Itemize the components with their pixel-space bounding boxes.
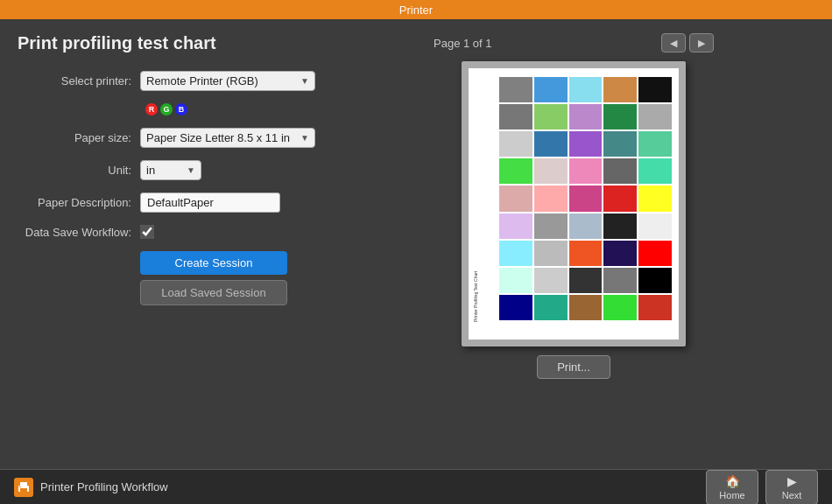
- color-cell-7-2: [569, 268, 603, 293]
- page-info: Page 1 of 1: [434, 37, 492, 50]
- paper-size-dropdown[interactable]: Paper Size Letter 8.5 x 11 in ▼: [140, 128, 315, 148]
- color-cell-2-2: [569, 131, 603, 157]
- color-cell-0-0: [499, 77, 532, 102]
- color-cell-4-2: [569, 186, 603, 211]
- unit-control: in ▼: [140, 160, 333, 180]
- color-cell-1-3: [603, 104, 637, 130]
- color-cell-5-2: [569, 214, 603, 239]
- title-bar: Printer: [0, 0, 832, 19]
- app-title: Printer Profiling Workflow: [40, 480, 168, 494]
- paper-desc-row: Paper Description: DefaultPaper: [18, 192, 333, 213]
- unit-row: Unit: in ▼: [18, 160, 333, 180]
- home-label: Home: [719, 490, 744, 500]
- color-cell-4-0: [499, 186, 532, 211]
- dot-g: G: [160, 103, 173, 116]
- bottom-bar: Printer Profiling Workflow 🏠 Home ▶ Next: [0, 469, 832, 504]
- print-button[interactable]: Print...: [537, 355, 610, 379]
- paper-inner: Printer Profiling Test Chart: [469, 68, 679, 340]
- color-cell-7-1: [534, 268, 568, 293]
- color-cell-0-1: [534, 77, 568, 102]
- home-button[interactable]: 🏠 Home: [706, 470, 758, 505]
- color-cell-0-3: [603, 77, 637, 102]
- color-cell-8-3: [603, 295, 637, 320]
- page-title: Print profiling test chart: [18, 33, 333, 53]
- color-cell-7-3: [603, 268, 637, 293]
- paper-size-row: Paper size: Paper Size Letter 8.5 x 11 i…: [18, 128, 333, 148]
- color-cell-5-4: [638, 214, 672, 239]
- next-arrow-icon: ▶: [787, 474, 797, 488]
- color-row-6: [499, 241, 672, 266]
- data-save-checkbox[interactable]: [140, 225, 154, 239]
- color-cell-1-2: [569, 104, 603, 130]
- color-cell-1-1: [534, 104, 568, 130]
- color-cell-5-3: [603, 214, 637, 239]
- color-cell-5-1: [534, 214, 568, 239]
- next-label: Next: [782, 490, 802, 500]
- paper-size-value: Paper Size Letter 8.5 x 11 in: [146, 131, 290, 144]
- load-session-button[interactable]: Load Saved Session: [140, 280, 287, 305]
- paper-desc-control: DefaultPaper: [140, 192, 333, 213]
- color-cell-0-2: [569, 77, 603, 102]
- printer-value: Remote Printer (RGB): [146, 74, 258, 88]
- paper-size-label: Paper size:: [18, 131, 140, 144]
- color-cell-6-1: [534, 241, 568, 266]
- paper-desc-input[interactable]: DefaultPaper: [140, 192, 280, 213]
- printer-icon: [17, 480, 31, 494]
- prev-page-button[interactable]: ◀: [661, 33, 686, 52]
- page-nav: Page 1 of 1 ◀ ▶: [434, 33, 714, 52]
- color-row-5: [499, 214, 672, 239]
- color-cell-8-2: [569, 295, 603, 320]
- data-save-control: [140, 225, 333, 239]
- select-printer-label: Select printer:: [18, 74, 140, 88]
- printer-dropdown-arrow: ▼: [300, 76, 309, 86]
- select-printer-row: Select printer: Remote Printer (RGB) ▼: [18, 71, 333, 91]
- color-cell-1-0: [499, 104, 532, 130]
- color-cell-4-3: [603, 186, 637, 211]
- color-cell-2-4: [638, 131, 672, 157]
- color-cell-0-4: [638, 77, 672, 102]
- color-cell-5-0: [499, 214, 532, 239]
- next-page-button[interactable]: ▶: [689, 33, 714, 52]
- home-icon: 🏠: [725, 474, 740, 488]
- printer-dropdown[interactable]: Remote Printer (RGB) ▼: [140, 71, 315, 91]
- next-icon: ▶: [698, 38, 705, 49]
- right-panel: Page 1 of 1 ◀ ▶ Printer Profiling Test C…: [333, 33, 814, 434]
- unit-dropdown[interactable]: in ▼: [140, 160, 201, 180]
- color-cell-6-3: [603, 241, 637, 266]
- main-content: Print profiling test chart Select printe…: [0, 19, 832, 434]
- color-dots: R G B: [145, 103, 187, 116]
- color-cell-6-2: [569, 241, 603, 266]
- printer-icon-wrap: [14, 478, 33, 497]
- paper-side-text: Printer Profiling Test Chart: [473, 81, 478, 322]
- paper-size-dropdown-arrow: ▼: [300, 133, 309, 143]
- color-row-0: [499, 77, 672, 102]
- color-cell-3-0: [499, 158, 532, 184]
- color-cell-4-4: [638, 186, 672, 211]
- color-dots-row: R G B: [18, 103, 333, 116]
- left-panel: Print profiling test chart Select printe…: [18, 33, 333, 434]
- color-cell-2-0: [499, 131, 532, 157]
- svg-rect-2: [20, 488, 27, 492]
- paper-size-control: Paper Size Letter 8.5 x 11 in ▼: [140, 128, 333, 148]
- create-session-button[interactable]: Create Session: [140, 251, 287, 275]
- svg-rect-1: [20, 482, 27, 486]
- color-chart: [499, 77, 672, 322]
- color-cell-8-0: [499, 295, 532, 320]
- color-row-2: [499, 131, 672, 157]
- bottom-right: 🏠 Home ▶ Next: [706, 470, 818, 505]
- prev-icon: ◀: [670, 38, 677, 49]
- color-cell-3-3: [603, 158, 637, 184]
- color-row-3: [499, 158, 672, 184]
- select-printer-control: Remote Printer (RGB) ▼: [140, 71, 333, 91]
- next-button[interactable]: ▶ Next: [765, 470, 818, 505]
- unit-label: Unit:: [18, 164, 140, 177]
- unit-dropdown-arrow: ▼: [187, 165, 195, 175]
- color-cell-3-1: [534, 158, 568, 184]
- title-label: Printer: [399, 4, 433, 17]
- color-cell-6-4: [638, 241, 672, 266]
- color-cell-3-2: [569, 158, 603, 184]
- color-cell-4-1: [534, 186, 568, 211]
- bottom-left: Printer Profiling Workflow: [14, 478, 168, 497]
- session-buttons: Create Session Load Saved Session: [140, 251, 333, 305]
- unit-value: in: [146, 164, 155, 177]
